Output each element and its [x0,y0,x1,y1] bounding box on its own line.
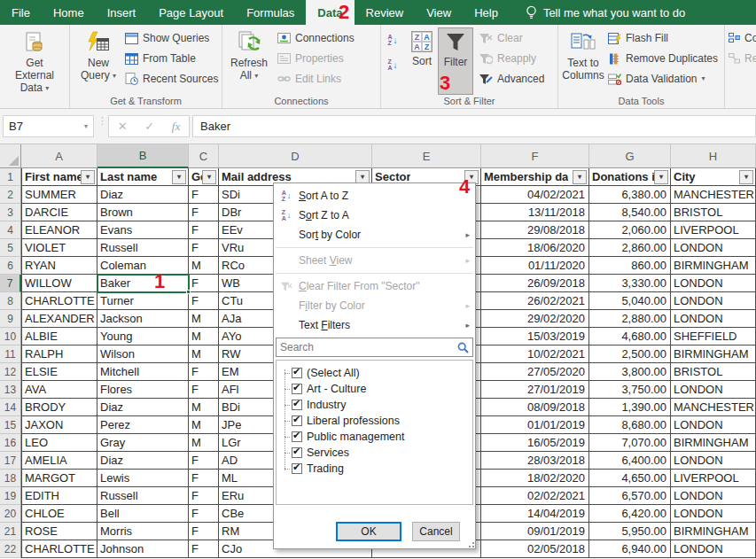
cell-last-name-row-17[interactable]: Diaz [97,452,189,470]
checkbox-checked-icon[interactable] [292,463,302,474]
tab-insert[interactable]: Insert [96,0,148,25]
cell-donations-row-13[interactable]: 3,750.00 [589,381,671,399]
cell-city-row-9[interactable]: LONDON [671,310,756,328]
cell-last-name-row-8[interactable]: Turner [97,292,189,310]
filter-dropdown-button-city[interactable] [739,170,753,184]
row-header-16[interactable]: 16 [0,434,21,452]
cell-last-name-row-22[interactable]: Johnson [97,540,189,558]
cell-membership-date-row-12[interactable]: 27/05/2020 [481,363,589,381]
tab-formulas[interactable]: Formulas [235,0,306,25]
cell-membership-date-row-13[interactable]: 27/01/2019 [481,381,589,399]
cell-donations-row-6[interactable]: 860.00 [589,257,671,275]
cell-membership-date-row-20[interactable]: 14/04/2019 [481,505,589,523]
cell-first-name-row-9[interactable]: ALEXANDER [21,310,97,328]
filter-value-item[interactable]: Services [277,445,472,461]
cell-gender-row-3[interactable]: F [189,204,219,221]
row-header-15[interactable]: 15 [0,416,21,434]
cell-city-row-22[interactable]: LONDON [671,540,756,558]
cell-first-name-row-5[interactable]: VIOLET [21,239,97,257]
cell-gender-row-21[interactable]: F [189,523,219,540]
menu-text-filters[interactable]: Text Filters [274,315,475,335]
tab-home[interactable]: Home [42,0,96,25]
menu-sort-z-to-a[interactable]: ZA↓ Sort Z to A [274,206,475,225]
cell-donations-row-5[interactable]: 2,860.00 [589,239,671,257]
cancel-entry-icon[interactable]: ✕ [118,120,128,133]
cell-last-name-row-3[interactable]: Brown [97,204,189,221]
cell-first-name-row-7[interactable]: WILLOW [21,275,97,292]
cell-membership-date-row-18[interactable]: 18/02/2020 [481,470,589,487]
cell-donations-row-15[interactable]: 8,680.00 [589,416,671,434]
filter-value-item[interactable]: Public management [277,429,472,445]
row-header-5[interactable]: 5 [0,239,21,257]
checkbox-checked-icon[interactable] [292,368,302,378]
new-query-button[interactable]: New Query [75,27,121,95]
row-header-13[interactable]: 13 [0,381,21,399]
filter-value-item[interactable]: Liberal professions [277,413,472,429]
filter-value-item[interactable]: (Select All) [277,365,472,381]
cell-first-name-row-6[interactable]: RYAN [21,257,97,275]
row-header-22[interactable]: 22 [0,540,21,558]
cell-membership-date-row-2[interactable]: 04/02/2021 [481,186,589,204]
cell-first-name-row-17[interactable]: AMELIA [21,452,97,470]
cell-donations-row-20[interactable]: 6,420.00 [589,505,671,523]
cell-donations-row-21[interactable]: 5,950.00 [589,523,671,540]
row-header-14[interactable]: 14 [0,399,21,416]
cell-last-name-row-11[interactable]: Wilson [97,345,189,363]
filter-dropdown-button-membership-date[interactable] [573,170,587,184]
cell-gender-row-19[interactable]: F [189,487,219,505]
checkbox-checked-icon[interactable] [292,384,302,394]
cell-last-name-row-16[interactable]: Gray [97,434,189,452]
cell-membership-date-row-3[interactable]: 13/11/2018 [481,204,589,221]
column-header-g[interactable]: G [589,144,671,168]
menu-sort-a-to-z[interactable]: AZ↓ Sort A to Z [274,186,475,206]
cell-membership-date-row-4[interactable]: 29/08/2018 [481,221,589,239]
cell-city-row-17[interactable]: LONDON [671,452,756,470]
filter-dropdown-button-gender[interactable] [202,170,216,184]
cell-donations-row-18[interactable]: 4,650.00 [589,470,671,487]
flash-fill-button[interactable]: Flash Fill [608,29,668,47]
cell-last-name-row-7[interactable]: Baker [97,275,189,292]
cell-last-name-row-14[interactable]: Diaz [97,399,189,416]
menu-clear-filter[interactable]: Clear Filter From "Sector" [274,276,475,296]
row-header-8[interactable]: 8 [0,292,21,310]
cell-gender-row-10[interactable]: M [189,328,219,345]
cell-city-row-13[interactable]: LONDON [671,381,756,399]
cell-gender-row-5[interactable]: F [189,239,219,257]
menu-sheet-view[interactable]: Sheet View [274,251,475,270]
cell-donations-row-19[interactable]: 6,570.00 [589,487,671,505]
row-header-1[interactable]: 1 [0,168,21,186]
tab-review[interactable]: Review [355,0,416,25]
cell-last-name-row-6[interactable]: Coleman [97,257,189,275]
ok-button[interactable]: OK [336,522,401,541]
row-header-4[interactable]: 4 [0,221,21,239]
text-to-columns-button[interactable]: Text to Columns [560,27,606,95]
cell-first-name-row-21[interactable]: ROSE [21,523,97,540]
cell-donations-row-11[interactable]: 2,500.00 [589,345,671,363]
cell-gender-row-18[interactable]: F [189,470,219,487]
cell-first-name-row-12[interactable]: ELSIE [21,363,97,381]
cell-last-name-row-2[interactable]: Diaz [97,186,189,204]
cell-gender-row-4[interactable]: F [189,221,219,239]
cell-donations-row-12[interactable]: 3,800.00 [589,363,671,381]
cell-first-name-row-14[interactable]: BRODY [21,399,97,416]
filter-value-item[interactable]: Art - Culture [277,381,472,397]
row-header-7[interactable]: 7 [0,275,21,292]
select-all-corner[interactable] [0,144,21,168]
cell-city-row-5[interactable]: LONDON [671,239,756,257]
filter-value-item[interactable]: Trading [277,461,472,477]
row-header-19[interactable]: 19 [0,487,21,505]
row-header-21[interactable]: 21 [0,523,21,540]
filter-dropdown-button-last-name[interactable] [172,170,186,184]
cell-membership-date-row-8[interactable]: 26/02/2021 [481,292,589,310]
checkbox-checked-icon[interactable] [292,415,302,426]
tell-me-box[interactable]: Tell me what you want to do [526,0,685,25]
cell-first-name-row-19[interactable]: EDITH [21,487,97,505]
insert-function-icon[interactable]: fx [172,120,180,134]
cell-membership-date-row-21[interactable]: 09/01/2019 [481,523,589,540]
cell-city-row-6[interactable]: BIRMINGHAM [671,257,756,275]
connections-button[interactable]: Connections [277,29,355,47]
cancel-button[interactable]: Cancel [412,522,460,541]
cell-first-name-row-8[interactable]: CHARLOTTE [21,292,97,310]
cell-gender-row-22[interactable]: F [189,540,219,558]
cell-first-name-row-4[interactable]: ELEANOR [21,221,97,239]
